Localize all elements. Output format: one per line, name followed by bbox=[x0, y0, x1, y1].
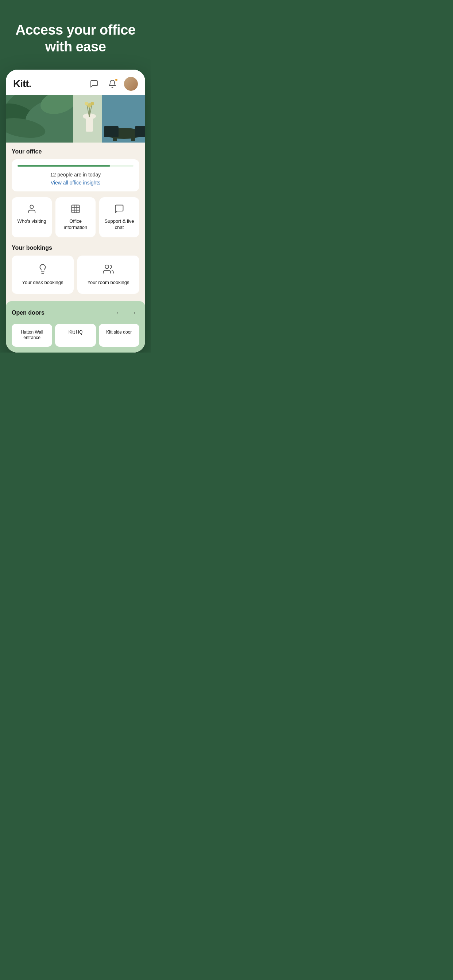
svg-point-16 bbox=[91, 102, 94, 105]
notification-icon-button[interactable] bbox=[106, 77, 119, 91]
progress-bar-fill bbox=[18, 165, 110, 167]
your-office-title: Your office bbox=[12, 148, 139, 155]
svg-rect-23 bbox=[72, 205, 80, 213]
door-label-kitt-hq: Kitt HQ bbox=[59, 329, 92, 336]
whos-visiting-card[interactable]: Who's visiting bbox=[12, 197, 52, 237]
person-icon bbox=[27, 204, 37, 214]
office-information-card[interactable]: Office information bbox=[56, 197, 96, 237]
open-doors-title: Open doors bbox=[12, 310, 45, 316]
support-chat-card[interactable]: Support & live chat bbox=[99, 197, 139, 237]
office-banner-image bbox=[6, 95, 145, 143]
lightbulb-icon bbox=[37, 264, 48, 275]
avatar-image bbox=[124, 77, 138, 91]
people-count-text: 12 people are in today bbox=[18, 172, 134, 178]
svg-rect-21 bbox=[135, 126, 145, 137]
svg-point-15 bbox=[85, 102, 88, 105]
room-icon bbox=[103, 264, 114, 275]
svg-rect-19 bbox=[131, 132, 135, 141]
svg-point-26 bbox=[105, 265, 109, 269]
door-next-button[interactable]: → bbox=[128, 307, 139, 319]
open-doors-header: Open doors ← → bbox=[12, 307, 139, 319]
desk-bookings-label: Your desk bookings bbox=[22, 280, 64, 286]
door-label-hatton-wall: Hatton Wall entrance bbox=[15, 329, 48, 341]
kitt-logo: Kitt. bbox=[13, 78, 31, 90]
hero-section: Access your office with ease bbox=[0, 0, 151, 70]
progress-bar-container bbox=[18, 165, 134, 167]
door-card-kitt-side[interactable]: Kitt side door bbox=[99, 324, 139, 347]
doors-grid: Hatton Wall entrance Kitt HQ Kitt side d… bbox=[12, 324, 139, 347]
door-prev-button[interactable]: ← bbox=[113, 307, 125, 319]
quick-actions-grid: Who's visiting Office information bbox=[12, 197, 139, 237]
app-content: Your office 12 people are in today View … bbox=[6, 143, 145, 353]
user-avatar[interactable] bbox=[124, 77, 138, 91]
notification-dot bbox=[115, 78, 118, 82]
svg-rect-20 bbox=[104, 126, 118, 137]
office-information-label: Office information bbox=[59, 218, 92, 231]
whos-visiting-label: Who's visiting bbox=[17, 218, 46, 224]
bookings-grid: Your desk bookings Your room bookings bbox=[12, 256, 139, 294]
svg-point-22 bbox=[30, 205, 33, 208]
phone-frame: Kitt. bbox=[6, 70, 145, 353]
chat-icon-button[interactable] bbox=[88, 77, 100, 91]
building-icon bbox=[70, 204, 81, 214]
hero-title: Access your office with ease bbox=[11, 22, 140, 55]
view-insights-link[interactable]: View all office insights bbox=[18, 180, 134, 186]
insights-card: 12 people are in today View all office i… bbox=[12, 159, 139, 191]
desk-bookings-card[interactable]: Your desk bookings bbox=[12, 256, 74, 294]
chat-bubble-icon bbox=[114, 204, 124, 214]
room-bookings-label: Your room bookings bbox=[87, 280, 129, 286]
door-navigation: ← → bbox=[113, 307, 139, 319]
open-doors-section: Open doors ← → Hatton Wall entrance Kitt… bbox=[6, 301, 145, 353]
header-icons bbox=[88, 77, 138, 91]
your-bookings-title: Your bookings bbox=[12, 245, 139, 251]
door-card-kitt-hq[interactable]: Kitt HQ bbox=[55, 324, 96, 347]
app-header: Kitt. bbox=[6, 70, 145, 95]
room-bookings-card[interactable]: Your room bookings bbox=[77, 256, 139, 294]
support-chat-label: Support & live chat bbox=[103, 218, 136, 231]
door-label-kitt-side: Kitt side door bbox=[102, 329, 136, 336]
door-card-hatton-wall[interactable]: Hatton Wall entrance bbox=[12, 324, 52, 347]
